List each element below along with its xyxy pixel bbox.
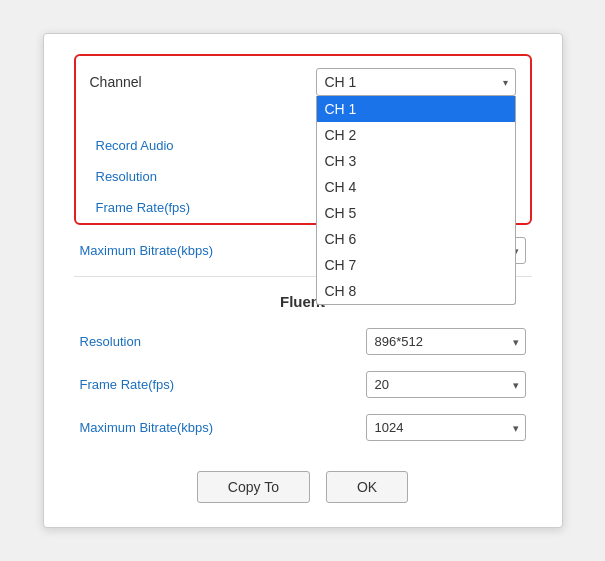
fluent-fields-table: Resolution 896*512 Frame Rate(fps) 20 xyxy=(74,320,532,449)
settings-dialog: Channel CH 1 ▾ CH 1 CH 2 CH 3 CH 4 CH 5 … xyxy=(43,33,563,528)
fluent-resolution-select-wrap: 896*512 xyxy=(366,328,526,355)
dropdown-item-ch3[interactable]: CH 3 xyxy=(317,148,515,174)
fluent-framerate-label: Frame Rate(fps) xyxy=(74,363,326,406)
fluent-bitrate-label: Maximum Bitrate(kbps) xyxy=(74,406,326,449)
fluent-resolution-select[interactable]: 896*512 xyxy=(366,328,526,355)
dropdown-item-ch1[interactable]: CH 1 xyxy=(317,96,515,122)
fluent-framerate-select[interactable]: 20 xyxy=(366,371,526,398)
table-row: Resolution 896*512 xyxy=(74,320,532,363)
dropdown-item-ch7[interactable]: CH 7 xyxy=(317,252,515,278)
max-bitrate-clear-label: Maximum Bitrate(kbps) xyxy=(74,229,326,272)
dropdown-item-ch8[interactable]: CH 8 xyxy=(317,278,515,304)
table-row: Maximum Bitrate(kbps) 1024 xyxy=(74,406,532,449)
record-audio-label: Record Audio xyxy=(90,130,324,161)
dropdown-item-ch5[interactable]: CH 5 xyxy=(317,200,515,226)
channel-select[interactable]: CH 1 xyxy=(316,68,516,96)
table-row: Frame Rate(fps) 20 xyxy=(74,363,532,406)
channel-section: Channel CH 1 ▾ CH 1 CH 2 CH 3 CH 4 CH 5 … xyxy=(74,54,532,225)
fluent-bitrate-select[interactable]: 1024 xyxy=(366,414,526,441)
fluent-bitrate-select-wrap: 1024 xyxy=(366,414,526,441)
framerate-label: Frame Rate(fps) xyxy=(90,192,324,223)
fluent-resolution-label: Resolution xyxy=(74,320,326,363)
button-row: Copy To OK xyxy=(74,471,532,503)
dropdown-item-ch2[interactable]: CH 2 xyxy=(317,122,515,148)
channel-select-wrapper: CH 1 ▾ CH 1 CH 2 CH 3 CH 4 CH 5 CH 6 CH … xyxy=(316,68,516,96)
dropdown-item-ch4[interactable]: CH 4 xyxy=(317,174,515,200)
dropdown-item-ch6[interactable]: CH 6 xyxy=(317,226,515,252)
channel-dropdown: CH 1 CH 2 CH 3 CH 4 CH 5 CH 6 CH 7 CH 8 xyxy=(316,96,516,305)
copy-to-button[interactable]: Copy To xyxy=(197,471,310,503)
channel-label: Channel xyxy=(90,74,142,90)
resolution-label: Resolution xyxy=(90,161,324,192)
fluent-framerate-select-wrap: 20 xyxy=(366,371,526,398)
ok-button[interactable]: OK xyxy=(326,471,408,503)
